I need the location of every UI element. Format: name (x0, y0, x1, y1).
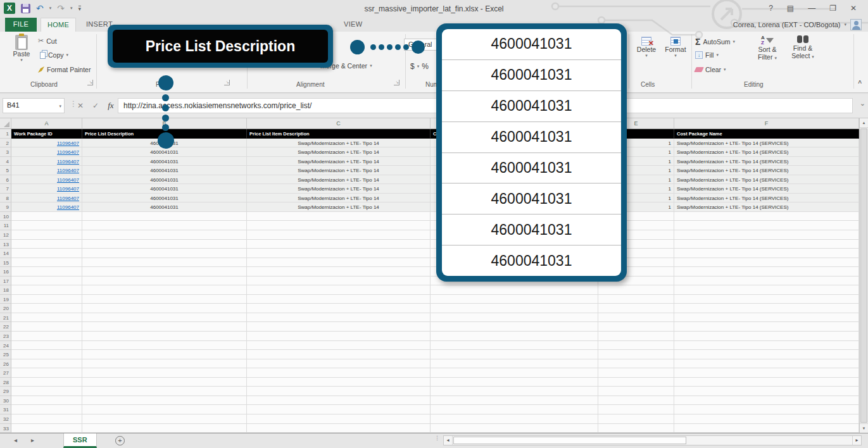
autosum-button[interactable]: Σ AutoSum▾ (695, 37, 735, 47)
cell-D30[interactable] (431, 396, 598, 406)
cell-B5[interactable]: 4600041031 (82, 166, 247, 175)
cell-A13[interactable] (11, 240, 82, 249)
cell-A10[interactable] (11, 212, 82, 221)
row-header-19[interactable]: 19 (0, 295, 11, 304)
cell-F14[interactable] (674, 249, 859, 258)
row-header-33[interactable]: 33 (0, 424, 11, 433)
percent-icon[interactable]: % (422, 62, 429, 71)
cell-F19[interactable] (674, 295, 859, 304)
format-painter-button[interactable]: Format Painter (38, 66, 91, 73)
enter-formula-icon[interactable]: ✓ (92, 101, 99, 110)
cell-A21[interactable] (11, 313, 82, 323)
cell-C2[interactable]: Swap/Modernizacion + LTE- Tipo 14 (247, 139, 431, 148)
column-header-C[interactable]: C (247, 118, 431, 128)
clear-button[interactable]: Clear▾ (695, 66, 726, 73)
scroll-up-icon[interactable]: ▲ (860, 118, 868, 128)
cell-F13[interactable] (674, 240, 859, 249)
cell-A3[interactable]: 11096407 (11, 147, 82, 157)
row-header-11[interactable]: 11 (0, 221, 11, 230)
cell-C21[interactable] (247, 313, 431, 323)
row-header-27[interactable]: 27 (0, 368, 11, 378)
cell-E33[interactable] (598, 424, 674, 433)
cell-C27[interactable] (247, 368, 431, 378)
cell-E32[interactable] (598, 414, 674, 424)
scroll-down-icon[interactable]: ▼ (860, 423, 868, 433)
row-header-13[interactable]: 13 (0, 240, 11, 249)
cell-E30[interactable] (598, 396, 674, 406)
cell-D23[interactable] (431, 332, 598, 341)
cell-A22[interactable] (11, 322, 82, 332)
cell-C8[interactable]: Swap/Modernizacion + LTE- Tipo 14 (247, 194, 431, 203)
cell-B32[interactable] (82, 414, 247, 424)
cell-F5[interactable]: Swap/Modernizacion + LTE- Tipo 14 (SERVI… (674, 166, 859, 175)
cell-C28[interactable] (247, 378, 431, 387)
cell-B25[interactable] (82, 350, 247, 359)
row-header-17[interactable]: 17 (0, 277, 11, 286)
cell-hyperlink[interactable]: 11096407 (57, 140, 79, 146)
cell-F26[interactable] (674, 359, 859, 369)
cell-C26[interactable] (247, 359, 431, 369)
cell-E19[interactable] (598, 295, 674, 304)
cell-F17[interactable] (674, 277, 859, 286)
cell-C7[interactable]: Swap/Modernizacion + LTE- Tipo 14 (247, 184, 431, 194)
row-header-15[interactable]: 15 (0, 258, 11, 268)
cell-A30[interactable] (11, 396, 82, 406)
row-header-23[interactable]: 23 (0, 332, 11, 341)
cell-B14[interactable] (82, 249, 247, 258)
cell-D29[interactable] (431, 387, 598, 396)
cell-D31[interactable] (431, 405, 598, 414)
cell-E26[interactable] (598, 359, 674, 369)
row-header-6[interactable]: 6 (0, 175, 11, 185)
cell-B18[interactable] (82, 285, 247, 295)
ribbon-display-options-icon[interactable]: ▤ (787, 4, 794, 13)
insert-function-icon[interactable]: fx (108, 101, 113, 111)
paste-button[interactable]: Paste▾ (9, 35, 34, 63)
cell-E23[interactable] (598, 332, 674, 341)
cell-B16[interactable] (82, 267, 247, 277)
cell-A33[interactable] (11, 424, 82, 433)
cell-D26[interactable] (431, 359, 598, 369)
close-icon[interactable]: ✕ (850, 4, 857, 13)
cell-A16[interactable] (11, 267, 82, 277)
cell-C5[interactable]: Swap/Modernizacion + LTE- Tipo 14 (247, 166, 431, 175)
cell-C29[interactable] (247, 387, 431, 396)
cell-B27[interactable] (82, 368, 247, 378)
cell-C32[interactable] (247, 414, 431, 424)
row-header-4[interactable]: 4 (0, 157, 11, 166)
cell-D20[interactable] (431, 304, 598, 313)
row-header-18[interactable]: 18 (0, 285, 11, 295)
expand-formula-bar-icon[interactable]: ⌄ (860, 99, 865, 108)
cell-A8[interactable]: 11096407 (11, 194, 82, 203)
row-header-20[interactable]: 20 (0, 304, 11, 313)
cell-E22[interactable] (598, 322, 674, 332)
sort-filter-button[interactable]: AZ Sort & Filter ▾ (751, 35, 784, 62)
cell-F32[interactable] (674, 414, 859, 424)
cell-D19[interactable] (431, 295, 598, 304)
row-header-14[interactable]: 14 (0, 249, 11, 258)
cell-D27[interactable] (431, 368, 598, 378)
cell-F11[interactable] (674, 221, 859, 230)
cell-A6[interactable]: 11096407 (11, 175, 82, 185)
cell-C19[interactable] (247, 295, 431, 304)
cell-A17[interactable] (11, 277, 82, 286)
cell-C25[interactable] (247, 350, 431, 359)
font-dialog-launcher-icon[interactable]: ↘ (224, 80, 230, 85)
tab-home[interactable]: HOME (41, 18, 76, 32)
cell-B12[interactable] (82, 230, 247, 240)
cell-A24[interactable] (11, 341, 82, 351)
cell-F7[interactable]: Swap/Modernizacion + LTE- Tipo 14 (SERVI… (674, 184, 859, 194)
cell-F28[interactable] (674, 378, 859, 387)
cell-A27[interactable] (11, 368, 82, 378)
row-header-26[interactable]: 26 (0, 359, 11, 369)
cell-C1[interactable]: Price List Item Description (247, 129, 431, 139)
cell-D28[interactable] (431, 378, 598, 387)
cell-A1[interactable]: Work Package ID (11, 129, 82, 139)
cell-F8[interactable]: Swap/Modernizacion + LTE- Tipo 14 (SERVI… (674, 194, 859, 203)
row-header-25[interactable]: 25 (0, 350, 11, 359)
cell-C12[interactable] (247, 230, 431, 240)
cell-B9[interactable]: 4600041031 (82, 202, 247, 212)
cell-F31[interactable] (674, 405, 859, 414)
cell-E27[interactable] (598, 368, 674, 378)
row-header-12[interactable]: 12 (0, 230, 11, 240)
cell-C14[interactable] (247, 249, 431, 258)
